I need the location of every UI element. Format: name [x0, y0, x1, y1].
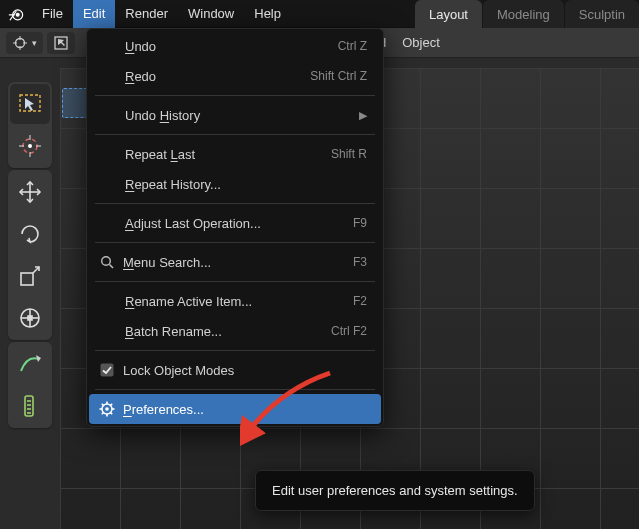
menu-separator [95, 242, 375, 243]
tooltip: Edit user preferences and system setting… [255, 470, 535, 511]
menu-item-label: Redo [125, 69, 300, 84]
svg-line-44 [110, 404, 112, 406]
menu-item-lock-object-modes[interactable]: Lock Object Modes [89, 355, 381, 385]
tool-scale[interactable] [10, 256, 50, 296]
menu-item-batch-rename[interactable]: Batch Rename... Ctrl F2 [89, 316, 381, 346]
edit-menu-dropdown: Undo Ctrl Z Redo Shift Ctrl Z Undo Histo… [86, 28, 384, 427]
svg-marker-9 [58, 39, 65, 46]
menu-item-preferences[interactable]: Preferences... [89, 394, 381, 424]
shortcut-label: Ctrl Z [338, 39, 367, 53]
menu-item-label: Menu Search... [123, 255, 343, 270]
menu-separator [95, 350, 375, 351]
menu-item-label: Batch Rename... [125, 324, 321, 339]
menu-item-label: Repeat History... [125, 177, 367, 192]
pivot-icon [12, 35, 28, 51]
submenu-arrow-icon: ▶ [359, 109, 367, 122]
svg-line-33 [110, 265, 114, 269]
svg-line-43 [102, 412, 104, 414]
svg-point-13 [28, 144, 32, 148]
tooltip-text: Edit user preferences and system setting… [272, 483, 518, 498]
tool-select-box[interactable] [10, 84, 50, 124]
menu-item-label: Preferences... [123, 402, 367, 417]
menu-file[interactable]: File [32, 0, 73, 28]
menu-render[interactable]: Render [115, 0, 178, 28]
menu-help[interactable]: Help [244, 0, 291, 28]
menu-item-label: Adjust Last Operation... [125, 216, 343, 231]
tab-sculpting[interactable]: Sculptin [565, 0, 639, 28]
svg-marker-11 [25, 98, 34, 111]
cursor-frame-icon [53, 35, 69, 51]
shortcut-label: F9 [353, 216, 367, 230]
menu-edit[interactable]: Edit [73, 0, 115, 28]
check-icon [97, 362, 117, 378]
shortcut-label: Ctrl F2 [331, 324, 367, 338]
menu-separator [95, 281, 375, 282]
tool-transform[interactable] [10, 298, 50, 338]
tool-move[interactable] [10, 172, 50, 212]
menu-item-menu-search[interactable]: Menu Search... F3 [89, 247, 381, 277]
menu-separator [95, 134, 375, 135]
shortcut-label: Shift Ctrl Z [310, 69, 367, 83]
menu-item-adjust-last-operation[interactable]: Adjust Last Operation... F9 [89, 208, 381, 238]
svg-point-36 [105, 407, 109, 411]
menu-item-rename-active[interactable]: Rename Active Item... F2 [89, 286, 381, 316]
svg-rect-20 [21, 273, 33, 285]
shortcut-label: Shift R [331, 147, 367, 161]
svg-point-2 [16, 12, 20, 16]
menu-item-undo[interactable]: Undo Ctrl Z [89, 31, 381, 61]
shortcut-label: F3 [353, 255, 367, 269]
workspace-tabs: Layout Modeling Sculptin [414, 0, 639, 28]
svg-line-41 [102, 404, 104, 406]
menu-item-repeat-last[interactable]: Repeat Last Shift R [89, 139, 381, 169]
svg-rect-34 [101, 364, 114, 377]
shortcut-label: F2 [353, 294, 367, 308]
menu-item-undo-history[interactable]: Undo History ▶ [89, 100, 381, 130]
tab-modeling[interactable]: Modeling [483, 0, 564, 28]
header-partial-text-2[interactable]: Object [402, 35, 440, 50]
menu-item-label: Repeat Last [125, 147, 321, 162]
menu-separator [95, 95, 375, 96]
tool-rotate[interactable] [10, 214, 50, 254]
mode-selector[interactable]: ▾ [6, 32, 43, 54]
menu-window[interactable]: Window [178, 0, 244, 28]
menu-item-label: Lock Object Modes [123, 363, 367, 378]
menu-item-label: Rename Active Item... [125, 294, 343, 309]
tab-layout[interactable]: Layout [415, 0, 482, 28]
menu-separator [95, 203, 375, 204]
svg-line-21 [33, 267, 39, 273]
menu-item-redo[interactable]: Redo Shift Ctrl Z [89, 61, 381, 91]
cursor-frame-button[interactable] [47, 32, 75, 54]
search-icon [97, 254, 117, 270]
blender-logo[interactable] [4, 2, 28, 26]
tool-cursor-3d[interactable] [10, 126, 50, 166]
menu-item-label: Undo History [125, 108, 359, 123]
svg-point-32 [102, 257, 111, 266]
tool-measure[interactable] [10, 386, 50, 426]
svg-line-42 [110, 412, 112, 414]
menu-item-label: Undo [125, 39, 328, 54]
menu-separator [95, 389, 375, 390]
tool-annotate[interactable] [10, 344, 50, 384]
svg-rect-25 [28, 316, 32, 320]
gear-icon [97, 401, 117, 417]
menu-item-repeat-history[interactable]: Repeat History... [89, 169, 381, 199]
chevron-down-icon: ▾ [32, 38, 37, 48]
